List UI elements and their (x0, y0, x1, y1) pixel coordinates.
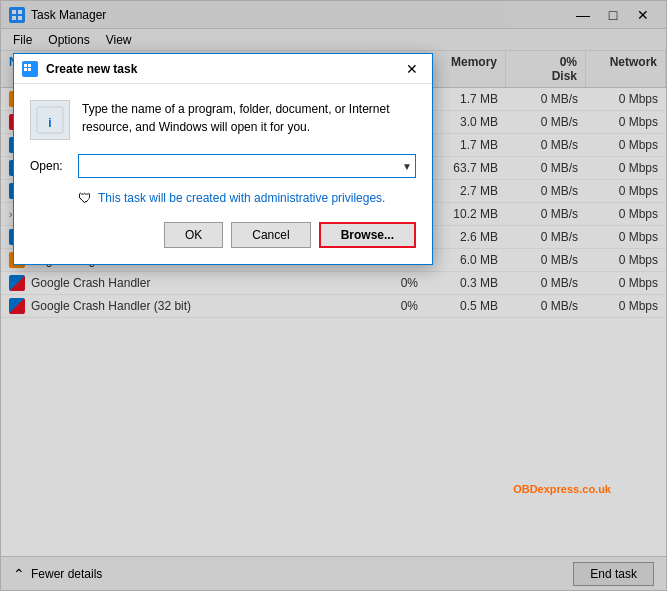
dialog-title-bar: Create new task ✕ (14, 54, 432, 84)
dialog-title: Create new task (46, 62, 400, 76)
admin-text: This task will be created with administr… (98, 191, 385, 205)
dialog-top-section: i Type the name of a program, folder, do… (30, 100, 416, 140)
dialog-icon (22, 61, 38, 77)
dialog-close-button[interactable]: ✕ (400, 57, 424, 81)
shield-icon: 🛡 (78, 190, 92, 206)
open-row: Open: ▼ (30, 154, 416, 178)
ok-button[interactable]: OK (164, 222, 223, 248)
modal-overlay: Create new task ✕ i Type the name of a p… (1, 1, 666, 590)
cancel-button[interactable]: Cancel (231, 222, 310, 248)
create-task-dialog: Create new task ✕ i Type the name of a p… (13, 53, 433, 265)
dialog-description: Type the name of a program, folder, docu… (82, 100, 416, 136)
svg-rect-8 (28, 68, 31, 71)
dialog-body: i Type the name of a program, folder, do… (14, 84, 432, 264)
browse-button[interactable]: Browse... (319, 222, 416, 248)
taskmanager-window: Task Manager — □ ✕ File Options View Nam… (0, 0, 667, 591)
dialog-buttons: OK Cancel Browse... (30, 222, 416, 248)
admin-row: 🛡 This task will be created with adminis… (78, 190, 416, 206)
svg-rect-7 (24, 68, 27, 71)
svg-text:i: i (48, 116, 51, 130)
svg-rect-6 (28, 64, 31, 67)
svg-rect-5 (24, 64, 27, 67)
dialog-info-icon: i (30, 100, 70, 140)
open-label: Open: (30, 159, 70, 173)
input-wrapper: ▼ (78, 154, 416, 178)
open-input[interactable] (78, 154, 416, 178)
